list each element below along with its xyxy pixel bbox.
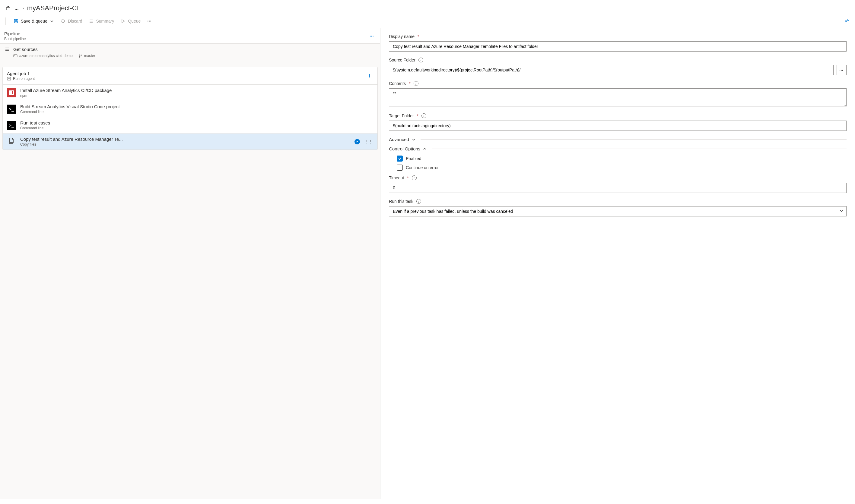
timeout-input[interactable] [389, 183, 847, 193]
get-sources-title: Get sources [13, 47, 376, 52]
task-title: Build Stream Analytics Visual Studio Cod… [20, 104, 373, 109]
run-this-task-label: Run this task i [389, 199, 847, 204]
target-folder-label: Target Folder * i [389, 113, 847, 118]
task-row[interactable]: >_Run test casesCommand line [3, 117, 378, 133]
task-title: Install Azure Stream Analytics CI/CD pac… [20, 88, 373, 93]
task-subtitle: Command line [20, 110, 373, 114]
task-subtitle: Command line [20, 126, 373, 130]
svg-rect-8 [7, 79, 11, 80]
task-row[interactable]: Copy test result and Azure Resource Mana… [3, 133, 378, 149]
svg-rect-0 [6, 7, 10, 10]
queue-label: Queue [128, 19, 141, 23]
task-status-ok-icon [354, 139, 360, 144]
copy-files-icon [7, 137, 16, 146]
run-this-task-select[interactable] [389, 206, 847, 216]
svg-rect-1 [15, 19, 17, 20]
save-icon [14, 19, 18, 23]
branch-icon [78, 54, 82, 58]
display-name-label: Display name* [389, 34, 847, 39]
pipeline-subtitle: Build pipeline [4, 37, 25, 41]
browse-source-button[interactable]: ⋯ [837, 65, 847, 75]
play-icon [121, 19, 125, 23]
continue-on-error-checkbox[interactable] [397, 165, 403, 170]
pipeline-title: Pipeline [4, 31, 25, 36]
task-row[interactable]: Install Azure Stream Analytics CI/CD pac… [3, 85, 378, 101]
toolbar: Save & queue Discard Summary Queue ⋯ [5, 17, 152, 25]
repo-indicator: azure-streamanalytics-cicd-demo [13, 54, 73, 58]
agent-job-title: Agent job 1 [7, 71, 35, 76]
info-icon[interactable]: i [421, 113, 426, 118]
undo-icon [60, 19, 66, 23]
contents-textarea[interactable]: ** [389, 88, 847, 106]
task-title: Run test cases [20, 120, 373, 125]
project-icon[interactable] [5, 5, 11, 11]
server-icon [7, 76, 11, 81]
task-subtitle: Copy files [20, 142, 350, 146]
enabled-label: Enabled [406, 156, 421, 161]
toolbar-separator [5, 17, 6, 25]
display-name-input[interactable] [389, 41, 847, 52]
save-queue-label: Save & queue [21, 19, 47, 23]
breadcrumb: … › myASAProject-CI [0, 0, 855, 15]
target-folder-input[interactable] [389, 121, 847, 131]
contents-label: Contents * i [389, 81, 847, 86]
control-options-section-header[interactable]: Control Options [389, 146, 847, 151]
pipeline-header[interactable]: Pipeline Build pipeline ⋯ [0, 28, 380, 44]
agent-job-subtitle: Run on agent [13, 76, 35, 81]
task-row[interactable]: >_Build Stream Analytics Visual Studio C… [3, 101, 378, 117]
discard-button[interactable]: Discard [60, 19, 82, 23]
source-folder-label: Source Folder i [389, 58, 847, 62]
summary-label: Summary [96, 19, 114, 23]
npm-icon [7, 88, 16, 97]
azure-repo-icon [13, 54, 17, 58]
source-folder-input[interactable] [389, 65, 834, 75]
agent-job-header[interactable]: Agent job 1 Run on agent + [3, 67, 378, 85]
info-icon[interactable]: i [418, 58, 423, 62]
chevron-right-icon: › [23, 6, 24, 11]
chevron-down-icon [412, 138, 416, 142]
toolbar-more-button[interactable]: ⋯ [147, 19, 152, 23]
task-subtitle: npm [20, 93, 373, 98]
page-title[interactable]: myASAProject-CI [27, 4, 79, 12]
sources-icon [4, 47, 10, 58]
svg-rect-2 [15, 21, 17, 23]
agent-job: Agent job 1 Run on agent + Install Azure… [2, 67, 378, 150]
info-icon[interactable]: i [414, 81, 418, 86]
list-icon [89, 19, 93, 23]
continue-on-error-label: Continue on error [406, 165, 439, 170]
enabled-checkbox[interactable] [397, 156, 403, 162]
pipeline-more-button[interactable]: ⋯ [368, 32, 376, 40]
chevron-up-icon [423, 147, 427, 151]
info-icon[interactable]: i [412, 176, 417, 180]
summary-button[interactable]: Summary [89, 19, 114, 23]
svg-point-5 [79, 57, 80, 58]
info-icon[interactable]: i [416, 199, 421, 204]
chevron-down-icon [50, 19, 54, 23]
command-line-icon: >_ [7, 121, 16, 130]
svg-point-4 [79, 54, 80, 55]
task-details-pane: Display name* Source Folder i ⋯ Contents… [381, 28, 855, 499]
branch-indicator: master [78, 54, 95, 58]
command-line-icon: >_ [7, 105, 16, 114]
svg-point-6 [81, 55, 82, 56]
add-task-button[interactable]: + [366, 72, 373, 80]
pipeline-tree-pane: Pipeline Build pipeline ⋯ Get sources az… [0, 28, 381, 499]
svg-rect-3 [14, 55, 17, 57]
timeout-label: Timeout * i [389, 176, 847, 180]
svg-rect-7 [7, 77, 11, 78]
task-title: Copy test result and Azure Resource Mana… [20, 137, 350, 142]
collapse-pane-icon[interactable] [844, 18, 850, 24]
advanced-section-header[interactable]: Advanced [389, 137, 847, 142]
get-sources-row[interactable]: Get sources azure-streamanalytics-cicd-d… [0, 44, 380, 61]
drag-handle-icon[interactable]: ⋮⋮ [364, 139, 373, 144]
discard-label: Discard [68, 19, 82, 23]
queue-button[interactable]: Queue [121, 19, 141, 23]
save-and-queue-button[interactable]: Save & queue [14, 19, 54, 23]
breadcrumb-ellipsis[interactable]: … [14, 6, 20, 11]
